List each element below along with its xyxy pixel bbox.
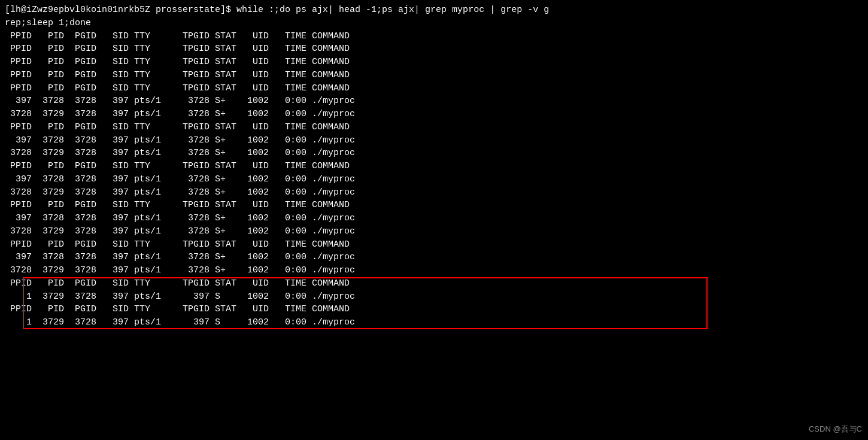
ps-data-line: 397 3728 3728 397 pts/1 3728 S+ 1002 0:0… xyxy=(5,95,863,108)
highlighted-region: PPID PID PGID SID TTY TPGID STAT UID TIM… xyxy=(5,277,863,329)
ps-header-line: PPID PID PGID SID TTY TPGID STAT UID TIM… xyxy=(5,82,863,95)
ps-data-line: 397 3728 3728 397 pts/1 3728 S+ 1002 0:0… xyxy=(5,173,863,186)
ps-header-line: PPID PID PGID SID TTY TPGID STAT UID TIM… xyxy=(5,43,863,56)
prompt-line-2: rep;sleep 1;done xyxy=(5,17,863,30)
ps-data-line: 397 3728 3728 397 pts/1 3728 S+ 1002 0:0… xyxy=(5,212,863,225)
ps-data-line: 3728 3729 3728 397 pts/1 3728 S+ 1002 0:… xyxy=(5,147,863,160)
terminal-output: PPID PID PGID SID TTY TPGID STAT UID TIM… xyxy=(5,30,863,329)
ps-highlighted-line: 1 3729 3728 397 pts/1 397 S 1002 0:00 ./… xyxy=(5,316,863,329)
watermark: CSDN @吾与C xyxy=(809,424,862,435)
ps-header-line: PPID PID PGID SID TTY TPGID STAT UID TIM… xyxy=(5,69,863,82)
ps-data-line: 3728 3729 3728 397 pts/1 3728 S+ 1002 0:… xyxy=(5,225,863,238)
ps-header-line: PPID PID PGID SID TTY TPGID STAT UID TIM… xyxy=(5,303,863,316)
terminal-window: [lh@iZwz9epbvl0koin01nrkb5Z prosserstate… xyxy=(0,0,868,440)
ps-highlighted-line: 1 3729 3728 397 pts/1 397 S 1002 0:00 ./… xyxy=(5,290,863,304)
ps-header-line: PPID PID PGID SID TTY TPGID STAT UID TIM… xyxy=(5,238,863,251)
ps-header-line: PPID PID PGID SID TTY TPGID STAT UID TIM… xyxy=(5,160,863,173)
prompt-line-1: [lh@iZwz9epbvl0koin01nrkb5Z prosserstate… xyxy=(5,4,863,17)
ps-data-line: 3728 3729 3728 397 pts/1 3728 S+ 1002 0:… xyxy=(5,186,863,199)
ps-data-line: 3728 3729 3728 397 pts/1 3728 S+ 1002 0:… xyxy=(5,264,863,277)
ps-header-line: PPID PID PGID SID TTY TPGID STAT UID TIM… xyxy=(5,56,863,69)
ps-data-line: 397 3728 3728 397 pts/1 3728 S+ 1002 0:0… xyxy=(5,134,863,147)
ps-header-line: PPID PID PGID SID TTY TPGID STAT UID TIM… xyxy=(5,199,863,212)
ps-header-line: PPID PID PGID SID TTY TPGID STAT UID TIM… xyxy=(5,30,863,43)
ps-header-line: PPID PID PGID SID TTY TPGID STAT UID TIM… xyxy=(5,277,863,290)
ps-data-line: 3728 3729 3728 397 pts/1 3728 S+ 1002 0:… xyxy=(5,108,863,121)
ps-data-line: 397 3728 3728 397 pts/1 3728 S+ 1002 0:0… xyxy=(5,251,863,264)
ps-header-line: PPID PID PGID SID TTY TPGID STAT UID TIM… xyxy=(5,121,863,134)
